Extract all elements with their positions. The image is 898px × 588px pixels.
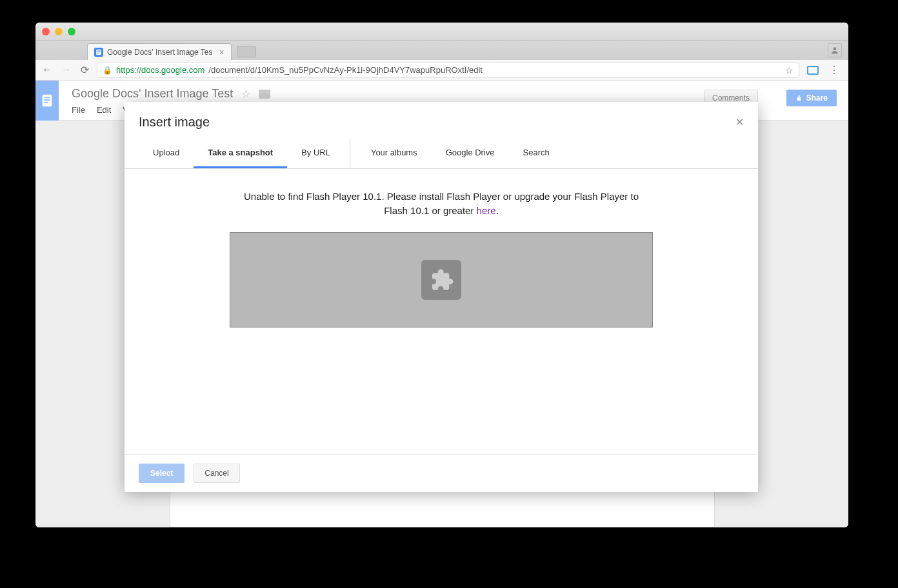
svg-rect-2 — [97, 52, 101, 52]
dialog-header: Insert image ✕ — [125, 102, 758, 139]
window-traffic-lights — [42, 28, 75, 35]
insert-image-dialog: Insert image ✕ Upload Take a snapshot By… — [125, 102, 758, 492]
window-titlebar — [35, 23, 848, 41]
dialog-body: Unable to find Flash Player 10.1. Please… — [125, 169, 758, 454]
docs-favicon-icon — [94, 48, 103, 57]
svg-rect-1 — [97, 50, 101, 51]
browser-window: Google Docs' Insert Image Tes × ← → ⟳ 🔒 … — [35, 23, 848, 527]
svg-rect-8 — [44, 102, 48, 103]
dialog-title: Insert image — [139, 115, 210, 130]
move-folder-icon[interactable] — [259, 90, 270, 99]
svg-rect-6 — [44, 97, 50, 99]
address-bar[interactable]: 🔒 https://docs.google.com/document/d/10K… — [97, 63, 799, 78]
browser-toolbar: ← → ⟳ 🔒 https://docs.google.com/document… — [35, 60, 848, 81]
tab-take-snapshot[interactable]: Take a snapshot — [194, 139, 287, 168]
tab-your-albums[interactable]: Your albums — [357, 139, 432, 168]
select-button[interactable]: Select — [139, 464, 185, 483]
docs-logo-icon[interactable] — [35, 81, 59, 121]
browser-menu-icon[interactable]: ⋮ — [826, 64, 842, 76]
star-document-icon[interactable]: ☆ — [241, 88, 250, 99]
menu-edit[interactable]: Edit — [97, 105, 111, 115]
new-tab-button[interactable] — [237, 46, 256, 57]
share-button[interactable]: Share — [786, 90, 837, 106]
url-path: /document/d/10KmS_nu5PpCvNzAy-Pk1l-9OjhD… — [208, 65, 483, 75]
flash-plugin-placeholder[interactable] — [230, 232, 653, 328]
document-title[interactable]: Google Docs' Insert Image Test ☆ — [72, 87, 270, 101]
flash-msg-line2: Flash 10.1 or greater — [384, 205, 476, 216]
back-button[interactable]: ← — [42, 64, 52, 76]
extension-icon[interactable] — [807, 66, 819, 75]
lock-share-icon — [795, 95, 803, 102]
flash-msg-period: . — [496, 205, 499, 216]
browser-profile-button[interactable] — [828, 43, 842, 57]
tab-search[interactable]: Search — [509, 139, 564, 168]
tab-google-drive[interactable]: Google Drive — [432, 139, 509, 168]
lock-icon: 🔒 — [103, 66, 112, 75]
minimize-window-icon[interactable] — [55, 28, 63, 35]
share-label: Share — [806, 90, 828, 106]
document-title-text: Google Docs' Insert Image Test — [72, 87, 233, 100]
nav-buttons: ← → ⟳ — [42, 64, 89, 76]
svg-rect-7 — [44, 99, 50, 101]
dialog-footer: Select Cancel — [125, 454, 758, 492]
maximize-window-icon[interactable] — [68, 28, 75, 35]
flash-msg-line1: Unable to find Flash Player 10.1. Please… — [244, 191, 639, 202]
close-window-icon[interactable] — [42, 28, 50, 35]
close-dialog-icon[interactable]: ✕ — [735, 116, 744, 128]
reload-button[interactable]: ⟳ — [81, 64, 89, 76]
tab-upload[interactable]: Upload — [139, 139, 194, 168]
menu-file[interactable]: File — [72, 105, 85, 115]
puzzle-piece-icon — [421, 260, 461, 300]
forward-button: → — [61, 64, 72, 76]
tab-title: Google Docs' Insert Image Tes — [107, 48, 212, 57]
flash-install-link[interactable]: here — [477, 205, 496, 216]
tab-by-url[interactable]: By URL — [287, 139, 350, 168]
svg-rect-3 — [97, 52, 99, 53]
bookmark-star-icon[interactable]: ☆ — [785, 65, 793, 75]
flash-error-message: Unable to find Flash Player 10.1. Please… — [139, 190, 744, 218]
svg-point-4 — [833, 47, 837, 50]
dialog-tabs: Upload Take a snapshot By URL Your album… — [125, 139, 758, 169]
cancel-button[interactable]: Cancel — [194, 464, 239, 483]
tab-close-icon[interactable]: × — [219, 47, 224, 57]
browser-tab[interactable]: Google Docs' Insert Image Tes × — [87, 43, 232, 60]
url-host: https://docs.google.com — [116, 65, 205, 75]
browser-tabbar: Google Docs' Insert Image Tes × — [35, 41, 848, 60]
